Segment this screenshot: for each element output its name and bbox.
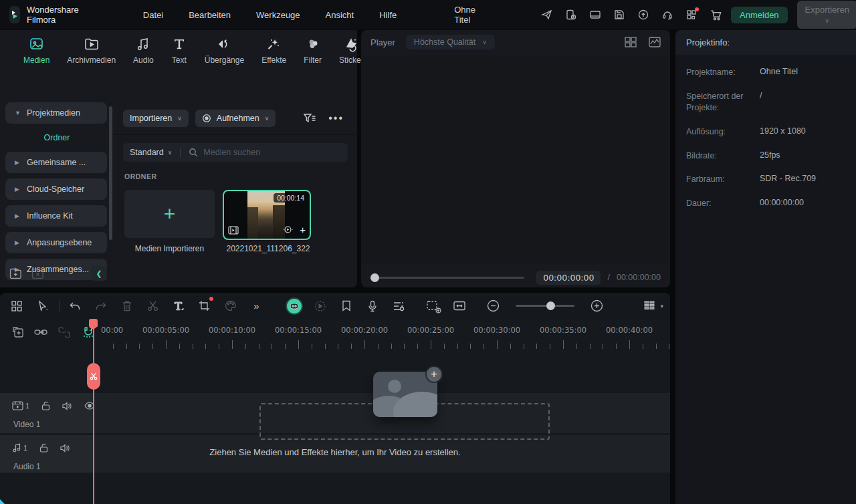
text-tool-icon[interactable]	[166, 293, 192, 319]
chevron-down-icon: ∨	[265, 115, 270, 122]
video-track-label: Video 1	[13, 420, 40, 429]
ruler-tick	[325, 344, 326, 349]
info-row-projektname: Projektname: Ohne Titel	[686, 67, 845, 78]
unlink-clips-icon[interactable]	[58, 327, 71, 338]
scrubber-track[interactable]	[370, 277, 524, 279]
menu-hilfe[interactable]: Hilfe	[379, 10, 397, 20]
tab-medien[interactable]: Medien	[15, 36, 58, 65]
screen-record-icon[interactable]	[421, 293, 447, 319]
scopes-icon[interactable]	[649, 37, 661, 47]
ruler-tick	[272, 344, 272, 349]
track-manager-icon[interactable]: ▾	[637, 293, 670, 319]
quality-dropdown[interactable]: Höchste Qualität∨	[406, 35, 495, 49]
share-icon[interactable]	[540, 7, 554, 22]
playhead-split-handle[interactable]	[87, 363, 100, 390]
tab-effekte[interactable]: Effekte	[253, 36, 295, 65]
current-timecode[interactable]: 00:00:00:00	[536, 271, 601, 285]
tab-uebergaenge[interactable]: Übergänge	[196, 36, 253, 65]
zoom-out-icon[interactable]	[481, 293, 507, 319]
link-clips-icon[interactable]	[34, 327, 47, 338]
import-dropdown-button[interactable]: Importieren∨	[123, 110, 189, 127]
sidebar-item-projektmedien[interactable]: ▼ Projektmedien	[5, 102, 107, 124]
zoom-slider-handle[interactable]	[546, 301, 555, 310]
lock-icon[interactable]	[39, 443, 48, 453]
tab-audio[interactable]: Audio	[124, 36, 163, 65]
film-strip-icon	[228, 226, 239, 235]
timeline-zoom-slider[interactable]	[516, 305, 574, 307]
ruler-tick	[590, 344, 591, 349]
import-media-card[interactable]: +	[124, 190, 215, 238]
sidebar-item-anpassungsebene[interactable]: ▶ Anpasungsebene	[5, 232, 107, 253]
tab-archivmedien[interactable]: Archivmedien	[58, 36, 124, 65]
tab-filter[interactable]: Filter	[295, 36, 330, 65]
more-options-icon[interactable]: •••	[328, 112, 344, 124]
media-layout-icon[interactable]	[4, 293, 30, 319]
pointer-tool-icon[interactable]	[30, 293, 56, 319]
filter-funnel-icon[interactable]	[303, 112, 316, 124]
menu-ansicht[interactable]: Ansicht	[326, 10, 354, 20]
save-icon[interactable]	[612, 7, 627, 22]
ruler-tick	[285, 344, 286, 349]
delete-icon[interactable]	[114, 293, 140, 319]
mute-icon[interactable]	[60, 444, 70, 453]
export-button[interactable]: Exportieren ∨	[797, 1, 856, 29]
menu-datei[interactable]: Datei	[143, 10, 163, 20]
zoom-in-icon[interactable]	[584, 293, 610, 319]
audio-mixer-icon[interactable]	[385, 293, 411, 319]
video-viewport[interactable]	[362, 55, 669, 264]
sidebar-item-influence-kit[interactable]: ▶ Influence Kit	[5, 205, 107, 227]
speed-camera-icon[interactable]	[283, 225, 293, 234]
apps-grid-icon[interactable]	[684, 7, 699, 22]
render-preview-icon[interactable]	[308, 293, 334, 319]
sidebar-scrollbar[interactable]	[109, 106, 112, 240]
ruler-tick	[616, 344, 617, 349]
ruler-tick	[338, 344, 338, 349]
lock-icon[interactable]	[41, 401, 50, 410]
color-palette-icon[interactable]	[217, 293, 243, 319]
scrubber-handle[interactable]	[370, 273, 379, 282]
menu-werkzeuge[interactable]: Werkzeuge	[256, 10, 300, 20]
split-scissors-icon[interactable]	[140, 293, 166, 319]
playhead-line[interactable]	[93, 319, 94, 504]
delete-folder-icon[interactable]	[31, 268, 44, 279]
login-button[interactable]: Anmelden	[731, 7, 788, 23]
collapse-panel-icon[interactable]: ❮	[91, 266, 107, 281]
redo-icon[interactable]	[88, 293, 114, 319]
ruler-tick	[524, 344, 524, 349]
ruler-tick	[113, 344, 114, 349]
sidebar-item-gemeinsame[interactable]: ▶ Gemeinsame ...	[5, 152, 107, 173]
upload-cloud-icon[interactable]	[636, 7, 651, 22]
support-headset-icon[interactable]	[660, 7, 675, 22]
add-folder-icon[interactable]	[9, 268, 22, 279]
sidebar-item-ordner[interactable]: Ordner	[0, 133, 114, 142]
add-to-timeline-plus-icon[interactable]: +	[300, 225, 306, 235]
record-voiceover-icon[interactable]	[359, 293, 385, 319]
tab-label: Archivmedien	[67, 55, 116, 65]
search-input[interactable]	[203, 148, 341, 157]
timeline-ruler[interactable]: 00:0000:00:05:0000:00:10:0000:00:15:0000…	[94, 319, 670, 350]
more-tools-icon[interactable]: »	[243, 293, 270, 319]
panel-resize-corner[interactable]	[0, 499, 5, 504]
menu-bearbeiten[interactable]: Bearbeiten	[189, 10, 231, 20]
search-icon	[189, 148, 198, 157]
display-icon[interactable]	[588, 7, 603, 22]
tab-label: Übergänge	[205, 55, 244, 65]
device-schedule-icon[interactable]	[564, 7, 578, 22]
folder-section-label: ORDNER	[124, 172, 357, 180]
record-dropdown-button[interactable]: Aufnehmen∨	[195, 110, 276, 127]
tab-text[interactable]: Text	[163, 36, 196, 65]
tab-label: Audio	[133, 55, 154, 65]
media-clip-thumbnail[interactable]: 00:00:14 +	[223, 190, 311, 240]
undo-icon[interactable]	[62, 293, 88, 319]
sidebar-item-cloud-speicher[interactable]: ▶ Cloud-Speicher	[5, 178, 107, 200]
crop-tool-icon[interactable]	[192, 293, 218, 319]
cart-icon[interactable]	[708, 7, 723, 22]
multiview-icon[interactable]	[625, 37, 637, 47]
ruler-label: 00:00:05:00	[142, 326, 189, 335]
fit-timeline-icon[interactable]	[447, 293, 473, 319]
mute-icon[interactable]	[62, 402, 72, 410]
add-to-timeline-icon[interactable]	[12, 326, 24, 338]
marker-tool-icon[interactable]	[334, 293, 360, 319]
sort-dropdown[interactable]: Standard∨	[130, 148, 172, 157]
ai-assistant-icon[interactable]	[282, 293, 308, 319]
